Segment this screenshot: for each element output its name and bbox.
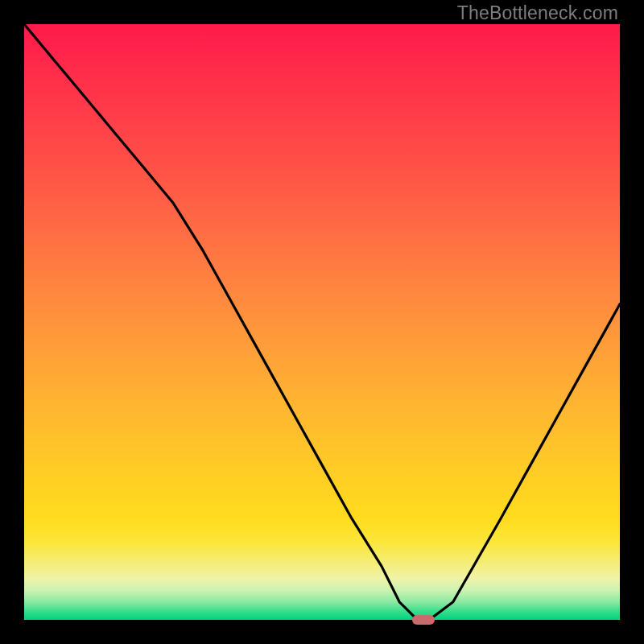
plot-area bbox=[24, 24, 620, 620]
chart-frame: TheBottleneck.com bbox=[0, 0, 644, 644]
watermark-text: TheBottleneck.com bbox=[457, 2, 618, 24]
bottleneck-curve bbox=[24, 24, 620, 620]
optimal-point-marker bbox=[412, 615, 435, 625]
curve-path bbox=[24, 24, 620, 620]
